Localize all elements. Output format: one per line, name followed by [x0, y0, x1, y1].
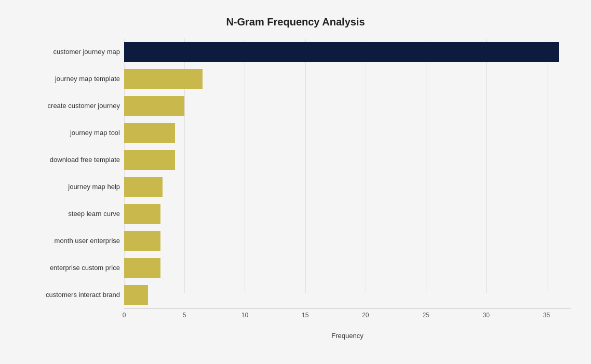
x-axis: 05101520253035	[124, 308, 571, 318]
bar	[124, 177, 163, 197]
bar	[124, 42, 559, 62]
y-label: steep learn curve	[68, 200, 120, 227]
bar	[124, 69, 203, 89]
bar	[124, 285, 148, 305]
bar-row	[124, 65, 571, 92]
bar-row	[124, 119, 571, 146]
chart-title: N-Gram Frequency Analysis	[20, 16, 571, 28]
bar	[124, 204, 160, 224]
bar-row	[124, 254, 571, 281]
y-label: customer journey map	[53, 38, 120, 65]
bar-row	[124, 92, 571, 119]
y-label: journey map tool	[70, 119, 120, 146]
y-label: month user enterprise	[55, 227, 120, 254]
bar-row	[124, 173, 571, 200]
bar	[124, 231, 160, 251]
y-label: enterprise custom price	[50, 254, 120, 281]
bar-row	[124, 38, 571, 65]
bar-row	[124, 227, 571, 254]
bars-section	[124, 38, 571, 308]
x-axis-label: Frequency	[331, 332, 363, 340]
bar-row	[124, 281, 571, 308]
y-label: journey map help	[68, 173, 120, 200]
y-axis-labels: customer journey mapjourney map template…	[20, 38, 124, 324]
bar-row	[124, 200, 571, 227]
bar	[124, 258, 160, 278]
bar	[124, 150, 175, 170]
plot-area: 05101520253035 Frequency	[124, 38, 571, 324]
chart-container: N-Gram Frequency Analysis customer journ…	[10, 6, 581, 359]
chart-area: customer journey mapjourney map template…	[20, 38, 571, 324]
bar-row	[124, 146, 571, 173]
y-label: create customer journey	[48, 92, 120, 119]
bar	[124, 123, 175, 143]
y-label: download free template	[50, 146, 120, 173]
y-label: journey map template	[55, 65, 120, 92]
y-label: customers interact brand	[46, 281, 120, 308]
bar	[124, 96, 184, 116]
